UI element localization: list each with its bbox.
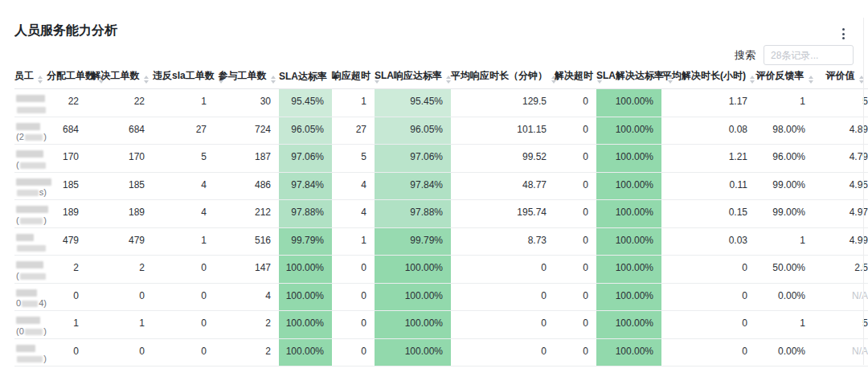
cell-sla-violation-tickets: 1: [153, 89, 215, 117]
column-header-rating[interactable]: 评价值: [813, 69, 868, 89]
cell-employee: s): [14, 172, 47, 200]
redacted-employee-name: [16, 261, 43, 268]
page-title: 人员服务能力分析: [14, 23, 117, 39]
column-header-resolve-timeout[interactable]: 解决超时: [555, 69, 596, 89]
redacted-employee-id: (: [16, 271, 47, 281]
search-input[interactable]: [764, 45, 854, 65]
cell-rating: 4.97: [813, 200, 868, 228]
cell-sla-rate: 97.88%: [279, 200, 332, 228]
column-header-assigned-tickets[interactable]: 分配工单数: [47, 69, 87, 89]
cell-avg-resolve-hours: 1.17: [661, 89, 755, 117]
table-right-divider: [863, 18, 864, 365]
redacted-employee-id: (): [16, 215, 47, 226]
column-label: 解决工单数: [92, 70, 140, 81]
cell-resolved-tickets: 2: [87, 256, 153, 284]
cell-participated-tickets: 187: [215, 145, 279, 173]
cell-assigned-tickets: 2: [47, 256, 87, 284]
cell-response-timeout: 0: [332, 338, 375, 366]
sort-carets-icon: [271, 76, 276, 84]
cell-participated-tickets: 4: [215, 283, 279, 311]
cell-sla-violation-tickets: 5: [153, 145, 215, 173]
cell-response-timeout: 0: [332, 256, 375, 284]
column-header-sla-resolve-rate[interactable]: SLA解决达标率: [596, 69, 661, 89]
search-bar: 搜索: [735, 45, 854, 65]
cell-participated-tickets: 212: [215, 200, 279, 228]
cell-feedback-rate: 98.00%: [755, 117, 813, 145]
sort-carets-icon: [809, 76, 813, 84]
cell-sla-resolve-rate: 100.00%: [596, 256, 661, 284]
cell-resolved-tickets: 684: [87, 117, 153, 145]
cell-sla-violation-tickets: 4: [153, 172, 215, 200]
cell-sla-response-rate: 97.88%: [375, 200, 451, 228]
column-header-sla-violation-tickets[interactable]: 违反sla工单数: [153, 69, 215, 89]
column-label: 评价值: [826, 70, 855, 81]
cell-sla-violation-tickets: 27: [153, 117, 215, 145]
cell-feedback-rate: 99.00%: [755, 200, 813, 228]
cell-avg-response-minutes: 101.15: [451, 117, 555, 145]
cell-participated-tickets: 147: [215, 256, 279, 284]
cell-employee: (: [14, 145, 47, 173]
cell-response-timeout: 1: [332, 227, 375, 256]
cell-feedback-rate: 99.00%: [755, 172, 813, 200]
analysis-table-wrap: 员工分配工单数解决工单数违反sla工单数参与工单数SLA达标率响应超时SLA响应…: [14, 69, 868, 366]
cell-sla-resolve-rate: 100.00%: [596, 89, 661, 117]
cell-resolve-timeout: 0: [555, 283, 596, 311]
table-row: (0)1102100.00%0100.00%00100.00%015: [14, 311, 868, 339]
cell-participated-tickets: 486: [215, 172, 279, 200]
cell-resolve-timeout: 0: [555, 89, 596, 117]
cell-participated-tickets: 724: [215, 117, 279, 145]
cell-avg-response-minutes: 195.74: [451, 200, 555, 228]
cell-feedback-rate: 1: [755, 227, 813, 256]
cell-sla-rate: 95.45%: [279, 89, 332, 117]
cell-sla-rate: 100.00%: [279, 338, 332, 366]
cell-resolve-timeout: 0: [555, 117, 596, 145]
column-label: 解决超时: [555, 70, 593, 81]
cell-assigned-tickets: 479: [47, 227, 87, 256]
cell-sla-violation-tickets: 0: [153, 338, 215, 366]
cell-sla-resolve-rate: 100.00%: [596, 311, 661, 339]
cell-feedback-rate: 0.00%: [755, 283, 813, 311]
personnel-service-analysis-panel: 人员服务能力分析 搜索 员工分配工单数解决工单数违反sla工单数参与工单数SLA…: [0, 0, 868, 389]
column-header-employee[interactable]: 员工: [14, 69, 47, 89]
column-label: SLA响应达标率: [375, 70, 442, 81]
cell-resolve-timeout: 0: [555, 172, 596, 200]
cell-sla-violation-tickets: 4: [153, 200, 215, 228]
column-header-avg-resolve-hours[interactable]: 平均解决时长(小时): [661, 69, 755, 89]
kebab-menu-icon[interactable]: [841, 27, 846, 41]
redacted-employee-id: (2): [16, 133, 47, 143]
column-header-resolved-tickets[interactable]: 解决工单数: [87, 69, 153, 89]
redacted-employee-id: 04): [16, 299, 47, 309]
cell-sla-rate: 99.79%: [279, 227, 332, 256]
column-header-sla-rate[interactable]: SLA达标率: [279, 69, 332, 89]
cell-resolve-timeout: 0: [555, 145, 596, 173]
cell-sla-rate: 100.00%: [279, 283, 332, 311]
redacted-employee-name: [16, 345, 35, 352]
cell-participated-tickets: 2: [215, 338, 279, 366]
redacted-employee-id: (: [16, 160, 47, 170]
cell-avg-response-minutes: 0: [451, 256, 555, 284]
cell-response-timeout: 1: [332, 89, 375, 117]
table-row: ()189189421297.88%497.88%195.740100.00%0…: [14, 200, 868, 228]
cell-sla-response-rate: 100.00%: [375, 311, 451, 339]
cell-resolved-tickets: 0: [87, 338, 153, 366]
cell-avg-response-minutes: 8.73: [451, 227, 555, 256]
cell-feedback-rate: 0.00%: [755, 338, 813, 366]
redacted-employee-name: [16, 206, 48, 213]
redacted-employee-name: [16, 150, 43, 158]
column-header-avg-response-minutes[interactable]: 平均响应时长（分钟）: [451, 69, 555, 89]
sort-carets-icon: [750, 76, 755, 84]
column-header-sla-response-rate[interactable]: SLA响应达标率: [375, 69, 451, 89]
cell-sla-response-rate: 99.79%: [375, 227, 451, 256]
column-label: 平均响应时长（分钟）: [451, 70, 547, 81]
column-header-participated-tickets[interactable]: 参与工单数: [215, 69, 279, 89]
cell-resolved-tickets: 22: [87, 89, 153, 117]
cell-participated-tickets: 30: [215, 89, 279, 117]
column-header-response-timeout[interactable]: 响应超时: [332, 69, 375, 89]
cell-response-timeout: 4: [332, 172, 375, 200]
cell-sla-rate: 97.06%: [279, 145, 332, 173]
cell-resolve-timeout: 0: [555, 311, 596, 339]
column-label: 员工: [14, 70, 34, 81]
cell-sla-response-rate: 95.45%: [375, 89, 451, 117]
cell-rating: 4.89: [813, 117, 868, 145]
column-header-feedback-rate[interactable]: 评价反馈率: [755, 69, 813, 89]
